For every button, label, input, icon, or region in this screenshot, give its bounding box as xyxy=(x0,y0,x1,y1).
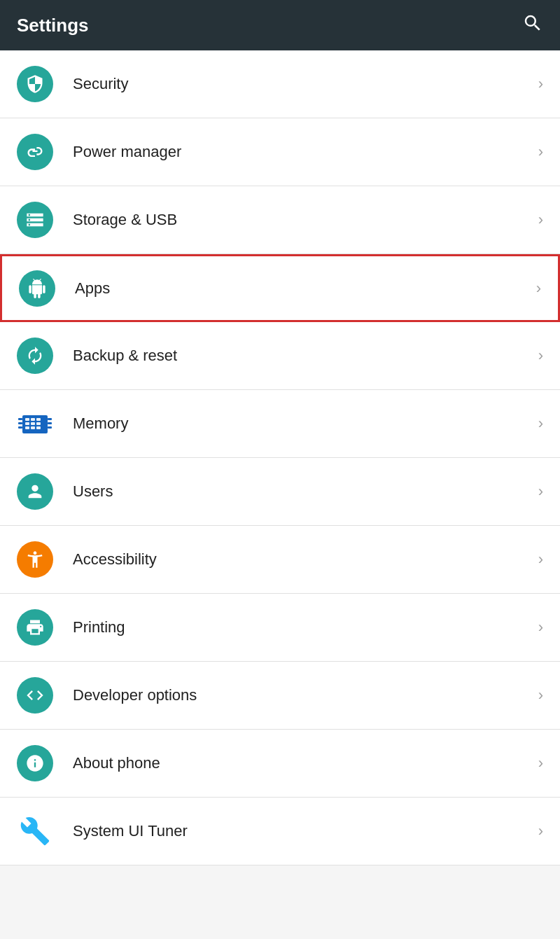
chevron-icon: › xyxy=(538,754,543,772)
power-manager-label: Power manager xyxy=(73,143,538,161)
settings-header: Settings xyxy=(0,0,560,50)
svg-rect-15 xyxy=(48,426,52,429)
settings-item-storage-usb[interactable]: Storage & USB › xyxy=(0,186,560,254)
svg-rect-14 xyxy=(48,422,52,424)
svg-rect-12 xyxy=(18,426,22,429)
svg-rect-13 xyxy=(48,418,52,420)
svg-rect-6 xyxy=(36,422,41,425)
tuner-icon xyxy=(17,813,53,849)
settings-item-printing[interactable]: Printing › xyxy=(0,594,560,662)
svg-rect-9 xyxy=(36,426,41,429)
security-label: Security xyxy=(73,75,538,93)
chevron-icon: › xyxy=(538,347,543,365)
backup-reset-label: Backup & reset xyxy=(73,347,538,365)
apps-label: Apps xyxy=(75,279,536,298)
svg-rect-7 xyxy=(25,426,29,429)
about-phone-label: About phone xyxy=(73,754,538,772)
svg-rect-4 xyxy=(25,422,29,425)
settings-item-developer-options[interactable]: Developer options › xyxy=(0,662,560,730)
settings-list: Security › Power manager › Storage & USB… xyxy=(0,50,560,865)
memory-icon xyxy=(17,405,53,442)
svg-rect-8 xyxy=(31,426,35,429)
svg-rect-10 xyxy=(18,418,22,420)
users-icon xyxy=(17,473,53,510)
system-ui-tuner-label: System UI Tuner xyxy=(73,822,538,840)
settings-item-system-ui-tuner[interactable]: System UI Tuner › xyxy=(0,798,560,865)
search-icon[interactable] xyxy=(522,13,543,39)
chevron-icon: › xyxy=(538,550,543,569)
settings-item-apps[interactable]: Apps › xyxy=(0,254,560,322)
printing-icon xyxy=(17,609,53,646)
storage-usb-label: Storage & USB xyxy=(73,211,538,229)
settings-item-memory[interactable]: Memory › xyxy=(0,390,560,458)
settings-item-backup-reset[interactable]: Backup & reset › xyxy=(0,322,560,390)
chevron-icon: › xyxy=(538,143,543,161)
storage-icon xyxy=(17,202,53,238)
chevron-icon: › xyxy=(538,618,543,637)
settings-item-accessibility[interactable]: Accessibility › xyxy=(0,526,560,594)
apps-icon xyxy=(19,270,55,307)
about-icon xyxy=(17,745,53,781)
accessibility-icon xyxy=(17,541,53,578)
chevron-icon: › xyxy=(538,482,543,501)
svg-rect-11 xyxy=(18,422,22,424)
settings-item-power-manager[interactable]: Power manager › xyxy=(0,118,560,186)
chevron-icon: › xyxy=(538,75,543,93)
svg-rect-5 xyxy=(31,422,35,425)
power-icon xyxy=(17,134,53,170)
svg-rect-2 xyxy=(31,418,35,421)
printing-label: Printing xyxy=(73,618,538,637)
accessibility-label: Accessibility xyxy=(73,550,538,569)
developer-options-label: Developer options xyxy=(73,686,538,704)
page-title: Settings xyxy=(17,15,89,36)
chevron-icon: › xyxy=(536,279,541,298)
memory-label: Memory xyxy=(73,415,538,433)
developer-icon xyxy=(17,677,53,714)
settings-item-users[interactable]: Users › xyxy=(0,458,560,526)
settings-item-about-phone[interactable]: About phone › xyxy=(0,730,560,798)
chevron-icon: › xyxy=(538,822,543,840)
security-icon xyxy=(17,66,53,102)
chevron-icon: › xyxy=(538,415,543,433)
svg-rect-3 xyxy=(36,418,41,421)
users-label: Users xyxy=(73,482,538,501)
chevron-icon: › xyxy=(538,686,543,704)
chevron-icon: › xyxy=(538,211,543,229)
svg-rect-1 xyxy=(25,418,29,421)
settings-item-security[interactable]: Security › xyxy=(0,50,560,118)
backup-icon xyxy=(17,338,53,374)
